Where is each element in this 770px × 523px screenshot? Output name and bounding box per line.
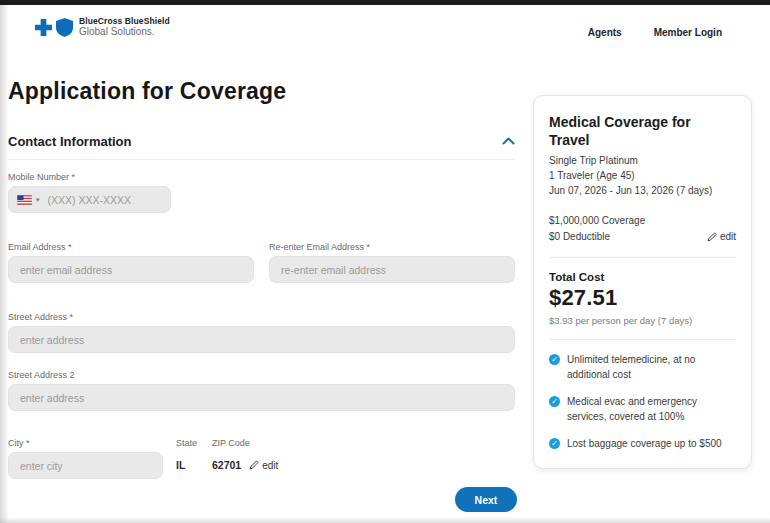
zip-value-line: 62701 edit	[212, 459, 278, 471]
pencil-icon	[707, 232, 717, 242]
brand-name: BlueCross BlueShield	[79, 17, 170, 26]
coverage-edit-label: edit	[720, 229, 736, 245]
mobile-number-label: Mobile Number *	[8, 172, 171, 182]
reenter-email-input[interactable]	[269, 256, 515, 283]
site-header: BlueCross BlueShield Global Solutions. A…	[0, 5, 770, 60]
summary-dates: Jun 07, 2026 - Jun 13, 2026 (7 days)	[549, 183, 736, 198]
check-circle-icon: ✓	[549, 354, 560, 365]
us-flag-icon[interactable]	[17, 195, 32, 205]
chevron-up-icon[interactable]	[501, 135, 515, 147]
reenter-email-field-group: Re-enter Email Address *	[269, 242, 515, 283]
section-divider	[8, 159, 515, 160]
bcbs-cross-icon	[34, 18, 53, 37]
zip-field-group: ZIP Code 62701 edit	[212, 438, 278, 471]
mobile-number-input-wrap: ▾	[8, 186, 171, 213]
coverage-amount: $1,000,000 Coverage	[549, 213, 736, 229]
city-state-zip-row: City * State IL ZIP Code 62701 edit	[8, 438, 515, 479]
contact-form-section: Contact Information Mobile Number *	[8, 132, 515, 479]
deductible-row: $0 Deductible edit	[549, 229, 736, 245]
summary-plan: Single Trip Platinum	[549, 153, 736, 168]
benefits-list: ✓ Unlimited telemedicine, at no addition…	[549, 353, 736, 452]
card-divider	[549, 257, 736, 258]
brand-subname: Global Solutions.	[79, 26, 170, 37]
pencil-icon	[249, 460, 259, 470]
check-circle-icon: ✓	[549, 438, 560, 449]
card-divider	[549, 339, 736, 340]
benefit-item: ✓ Lost baggage coverage up to $500	[549, 437, 736, 452]
window-top-border	[0, 0, 770, 5]
country-code-caret-icon[interactable]: ▾	[36, 196, 40, 204]
summary-title: Medical Coverage for Travel	[549, 113, 709, 149]
deductible-amount: $0 Deductible	[549, 229, 610, 245]
street-address2-field-group: Street Address 2	[8, 370, 515, 411]
coverage-block: $1,000,000 Coverage $0 Deductible edit	[549, 213, 736, 244]
zip-edit-link[interactable]: edit	[249, 460, 278, 471]
mobile-number-field-group: Mobile Number * ▾	[8, 172, 171, 213]
zip-value: 62701	[212, 459, 241, 471]
check-circle-icon: ✓	[549, 396, 560, 407]
bcbs-logo-marks	[34, 18, 73, 37]
page-title: Application for Coverage	[8, 78, 286, 105]
city-field-group: City *	[8, 438, 163, 479]
application-page: BlueCross BlueShield Global Solutions. A…	[0, 0, 770, 523]
quote-summary-card: Medical Coverage for Travel Single Trip …	[533, 95, 752, 469]
next-button[interactable]: Next	[455, 487, 517, 512]
benefit-item: ✓ Medical evac and emergency services, c…	[549, 395, 736, 424]
bcbs-shield-icon	[56, 18, 73, 37]
city-input[interactable]	[8, 452, 163, 479]
street-address-input[interactable]	[8, 326, 515, 353]
street-address2-label: Street Address 2	[8, 370, 515, 380]
benefit-text: Lost baggage coverage up to $500	[567, 437, 722, 452]
mobile-number-input[interactable]	[44, 194, 162, 206]
reenter-email-label: Re-enter Email Address *	[269, 242, 515, 252]
email-fields-row: Email Address * Re-enter Email Address *	[8, 242, 515, 283]
coverage-edit-link[interactable]: edit	[707, 229, 736, 245]
section-header: Contact Information	[8, 132, 515, 150]
street-address-field-group: Street Address *	[8, 312, 515, 353]
total-cost-note: $3.93 per person per day (7 days)	[549, 315, 736, 326]
brand-logo[interactable]: BlueCross BlueShield Global Solutions.	[34, 17, 170, 37]
email-label: Email Address *	[8, 242, 254, 252]
email-field-group: Email Address *	[8, 242, 254, 283]
state-field-group: State IL	[176, 438, 209, 473]
state-label: State	[176, 438, 209, 448]
benefit-text: Medical evac and emergency services, cov…	[567, 395, 736, 424]
benefit-text: Unlimited telemedicine, at no additional…	[567, 353, 736, 382]
email-input[interactable]	[8, 256, 254, 283]
brand-wordmark: BlueCross BlueShield Global Solutions.	[79, 17, 170, 37]
summary-travelers: 1 Traveler (Age 45)	[549, 168, 736, 183]
zip-edit-label: edit	[262, 460, 278, 471]
section-heading: Contact Information	[8, 134, 132, 149]
city-label: City *	[8, 438, 163, 448]
window-left-shadow	[0, 5, 9, 523]
total-cost-label: Total Cost	[549, 271, 736, 283]
total-cost-value: $27.51	[549, 285, 736, 311]
zip-label: ZIP Code	[212, 438, 278, 448]
nav-member-login-link[interactable]: Member Login	[654, 27, 722, 38]
street-address2-input[interactable]	[8, 384, 515, 411]
header-nav: Agents Member Login	[588, 27, 722, 38]
benefit-item: ✓ Unlimited telemedicine, at no addition…	[549, 353, 736, 382]
summary-meta: Single Trip Platinum 1 Traveler (Age 45)…	[549, 153, 736, 198]
street-address-label: Street Address *	[8, 312, 515, 322]
window-bottom-shadow	[0, 517, 770, 523]
state-value: IL	[176, 459, 185, 471]
nav-agents-link[interactable]: Agents	[588, 27, 622, 38]
